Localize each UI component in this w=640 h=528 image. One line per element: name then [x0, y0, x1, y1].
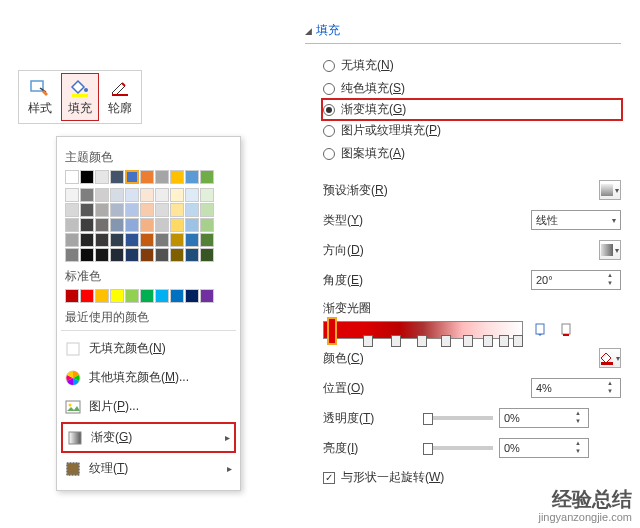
color-swatch[interactable] — [95, 233, 109, 247]
color-swatch[interactable] — [80, 218, 94, 232]
color-swatch[interactable] — [185, 203, 199, 217]
color-swatch[interactable] — [140, 233, 154, 247]
picture-fill-item[interactable]: 图片(P)... — [61, 393, 236, 420]
color-swatch[interactable] — [95, 289, 109, 303]
color-swatch[interactable] — [140, 170, 154, 184]
radio-gradient-fill[interactable]: 渐变填充(G) — [321, 98, 623, 121]
outline-button[interactable]: 轮廓 — [101, 73, 139, 121]
color-swatch[interactable] — [65, 188, 79, 202]
color-swatch[interactable] — [110, 289, 124, 303]
color-swatch[interactable] — [95, 203, 109, 217]
color-swatch[interactable] — [95, 170, 109, 184]
brightness-spinner[interactable]: 0%▲▼ — [499, 438, 589, 458]
color-swatch[interactable] — [170, 170, 184, 184]
color-swatch[interactable] — [140, 248, 154, 262]
color-swatch[interactable] — [80, 233, 94, 247]
no-fill-color-item[interactable]: 无填充颜色(N) — [61, 335, 236, 362]
color-swatch[interactable] — [65, 218, 79, 232]
color-swatch[interactable] — [200, 203, 214, 217]
style-button[interactable]: 样式 — [21, 73, 59, 121]
transparency-spinner[interactable]: 0%▲▼ — [499, 408, 589, 428]
color-swatch[interactable] — [110, 170, 124, 184]
color-swatch[interactable] — [95, 248, 109, 262]
gradient-stop-handle[interactable] — [417, 335, 427, 347]
stop-color-button[interactable] — [599, 348, 621, 368]
color-swatch[interactable] — [155, 170, 169, 184]
color-swatch[interactable] — [185, 188, 199, 202]
color-swatch[interactable] — [125, 218, 139, 232]
fill-section-header[interactable]: 填充 — [305, 22, 621, 44]
gradient-stop-handle[interactable] — [391, 335, 401, 347]
color-swatch[interactable] — [155, 218, 169, 232]
color-swatch[interactable] — [155, 203, 169, 217]
color-swatch[interactable] — [155, 188, 169, 202]
color-swatch[interactable] — [140, 188, 154, 202]
color-swatch[interactable] — [95, 218, 109, 232]
radio-solid-fill[interactable]: 纯色填充(S) — [323, 77, 621, 100]
color-swatch[interactable] — [155, 289, 169, 303]
color-swatch[interactable] — [170, 218, 184, 232]
color-swatch[interactable] — [110, 203, 124, 217]
gradient-angle-spinner[interactable]: 20°▲▼ — [531, 270, 621, 290]
color-swatch[interactable] — [155, 233, 169, 247]
gradient-stop-handle[interactable] — [483, 335, 493, 347]
stop-position-spinner[interactable]: 4%▲▼ — [531, 378, 621, 398]
color-swatch[interactable] — [185, 233, 199, 247]
preset-gradient-button[interactable] — [599, 180, 621, 200]
color-swatch[interactable] — [80, 248, 94, 262]
color-swatch[interactable] — [125, 188, 139, 202]
color-swatch[interactable] — [200, 289, 214, 303]
color-swatch[interactable] — [110, 233, 124, 247]
color-swatch[interactable] — [185, 289, 199, 303]
gradient-type-select[interactable]: 线性 — [531, 210, 621, 230]
remove-stop-button[interactable] — [557, 321, 575, 339]
color-swatch[interactable] — [80, 203, 94, 217]
color-swatch[interactable] — [125, 170, 139, 184]
color-swatch[interactable] — [200, 170, 214, 184]
color-swatch[interactable] — [80, 289, 94, 303]
color-swatch[interactable] — [65, 203, 79, 217]
gradient-stop-handle[interactable] — [513, 335, 523, 347]
radio-picture-fill[interactable]: 图片或纹理填充(P) — [323, 119, 621, 142]
transparency-slider[interactable] — [423, 416, 493, 420]
color-swatch[interactable] — [125, 233, 139, 247]
color-swatch[interactable] — [65, 170, 79, 184]
rotate-with-shape-row[interactable]: ✓ 与形状一起旋转(W) — [305, 463, 621, 486]
color-swatch[interactable] — [200, 248, 214, 262]
gradient-stop-handle[interactable] — [441, 335, 451, 347]
radio-pattern-fill[interactable]: 图案填充(A) — [323, 142, 621, 165]
color-swatch[interactable] — [170, 289, 184, 303]
color-swatch[interactable] — [65, 248, 79, 262]
color-swatch[interactable] — [140, 203, 154, 217]
gradient-stop-handle[interactable] — [499, 335, 509, 347]
color-swatch[interactable] — [110, 248, 124, 262]
color-swatch[interactable] — [170, 248, 184, 262]
texture-fill-item[interactable]: 纹理(T) ▸ — [61, 455, 236, 482]
fill-button[interactable]: 填充 — [61, 73, 99, 121]
color-swatch[interactable] — [185, 218, 199, 232]
color-swatch[interactable] — [170, 233, 184, 247]
color-swatch[interactable] — [185, 248, 199, 262]
color-swatch[interactable] — [170, 188, 184, 202]
color-swatch[interactable] — [140, 218, 154, 232]
gradient-fill-item[interactable]: 渐变(G) ▸ — [61, 422, 236, 453]
gradient-direction-button[interactable] — [599, 240, 621, 260]
color-swatch[interactable] — [95, 188, 109, 202]
color-swatch[interactable] — [140, 289, 154, 303]
color-swatch[interactable] — [125, 289, 139, 303]
color-swatch[interactable] — [125, 203, 139, 217]
add-stop-button[interactable] — [531, 321, 549, 339]
color-swatch[interactable] — [155, 248, 169, 262]
color-swatch[interactable] — [200, 188, 214, 202]
color-swatch[interactable] — [110, 218, 124, 232]
gradient-stop-handle[interactable] — [363, 335, 373, 347]
gradient-stop-handle[interactable] — [463, 335, 473, 347]
color-swatch[interactable] — [170, 203, 184, 217]
gradient-stop-handle[interactable] — [327, 317, 337, 345]
color-swatch[interactable] — [200, 233, 214, 247]
color-swatch[interactable] — [110, 188, 124, 202]
radio-no-fill[interactable]: 无填充(N) — [323, 54, 621, 77]
color-swatch[interactable] — [65, 289, 79, 303]
color-swatch[interactable] — [80, 170, 94, 184]
more-fill-colors-item[interactable]: 其他填充颜色(M)... — [61, 364, 236, 391]
